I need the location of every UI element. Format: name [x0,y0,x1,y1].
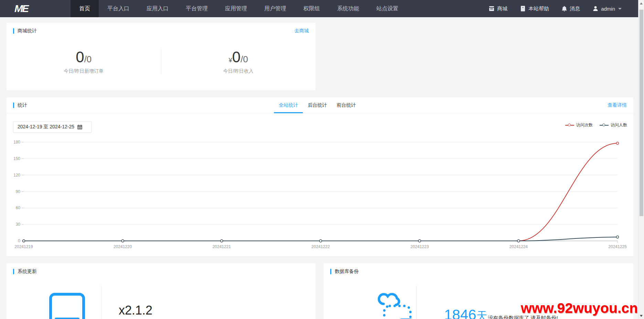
legend-dot-icon [568,124,571,126]
calendar-icon [77,124,83,130]
svg-text:0: 0 [18,238,20,243]
svg-text:120: 120 [13,173,20,178]
stats-chart: 0306090120150180202412192024122020241221… [7,136,633,255]
site-help-link[interactable]: 本站帮助 [520,6,549,12]
title-accent-bar [13,269,14,274]
svg-text:20241220: 20241220 [114,244,132,249]
shop-stats-title: 商城统计 [13,28,37,34]
legend-visitors[interactable]: 访问人数 [600,122,627,128]
income-label: 今日/昨日收入 [161,68,316,74]
svg-text:20241221: 20241221 [213,244,231,249]
site-watermark: www.92wuyou.cn [521,300,638,316]
user-menu[interactable]: admin [592,6,622,12]
cloud-backup-icon [376,289,421,319]
db-backup-title: 数据库备份 [330,268,359,275]
bell-icon [561,6,567,12]
svg-text:20241225: 20241225 [608,244,627,249]
statistics-card: 统计 全站统计 后台统计 前台统计 查看详情 2024-12-19 至 2024… [7,97,633,256]
app-logo[interactable]: ME [0,3,71,14]
nav-item-app-entry[interactable]: 应用入口 [138,0,177,17]
title-accent-bar [330,269,331,274]
vertical-divider [101,286,102,319]
income-stat: ¥0/0 今日/昨日收入 [161,49,316,74]
navbar-right: 商城 本站帮助 消息 admin [489,6,638,12]
svg-text:20241223: 20241223 [410,244,429,249]
view-details-link[interactable]: 查看详情 [608,102,627,108]
title-accent-bar [13,28,14,34]
date-range-picker[interactable]: 2024-12-19 至 2024-12-25 [13,121,92,133]
nav-item-permission-group[interactable]: 权限组 [295,0,329,17]
legend-line-icon [565,125,574,126]
scrollbar-track[interactable] [638,0,644,319]
legend-visits[interactable]: 访问次数 [565,122,593,128]
system-update-header: 系统更新 [7,263,315,280]
chart-legend: 访问次数 访问人数 [565,122,627,128]
income-value: ¥0/0 [161,49,316,65]
svg-text:60: 60 [16,205,21,210]
legend-line-icon [600,125,609,126]
days-since-backup: 1846 [444,307,476,319]
shop-stats-header: 商城统计 去商城 [7,23,315,39]
help-icon [520,6,526,12]
scrollbar-down-arrow[interactable] [640,315,643,317]
orders-stat: 0/0 今日/昨日新增订单 [7,49,161,74]
nav-item-platform-manage[interactable]: 平台管理 [177,0,216,17]
svg-text:20241224: 20241224 [509,244,528,249]
tab-backend-stats[interactable]: 后台统计 [303,97,332,113]
nav-item-app-manage[interactable]: 应用管理 [216,0,256,17]
nav-item-user-manage[interactable]: 用户管理 [256,0,295,17]
nav-item-system-function[interactable]: 系统功能 [329,0,368,17]
scrollbar-up-arrow[interactable] [640,2,643,4]
statistics-header: 统计 全站统计 后台统计 前台统计 查看详情 [7,97,633,113]
tab-frontend-stats[interactable]: 前台统计 [332,97,361,113]
store-icon [489,6,495,12]
top-navbar: ME 首页 平台入口 应用入口 平台管理 应用管理 用户管理 权限组 系统功能 … [0,0,638,17]
user-icon [592,6,599,12]
svg-text:20241219: 20241219 [14,244,33,249]
tab-site-stats[interactable]: 全站统计 [274,97,303,113]
nav-item-platform-entry[interactable]: 平台入口 [99,0,138,17]
monitor-icon [49,292,86,319]
system-update-content: x2.1.2 当前版本即最新版本，无须升级 [119,303,186,319]
db-backup-header: 数据库备份 [324,263,633,280]
system-update-body: x2.1.2 当前版本即最新版本，无须升级 [7,280,315,319]
legend-dot-icon [602,124,605,126]
svg-text:90: 90 [16,189,21,194]
nav-item-site-settings[interactable]: 站点设置 [368,0,407,17]
username: admin [601,6,615,12]
svg-text:30: 30 [16,222,21,227]
shop-stats-body: 0/0 今日/昨日新增订单 ¥0/0 今日/昨日收入 [7,39,315,74]
version-number: x2.1.2 [119,303,186,318]
date-range-value: 2024-12-19 至 2024-12-25 [18,124,74,130]
title-accent-bar [13,103,14,108]
nav-item-home[interactable]: 首页 [71,0,99,17]
shop-stats-card: 商城统计 去商城 0/0 今日/昨日新增订单 ¥0/0 今日/昨日收入 [7,23,315,91]
vertical-divider [416,286,417,319]
main-menu: 首页 平台入口 应用入口 平台管理 应用管理 用户管理 权限组 系统功能 站点设… [71,0,407,17]
chevron-down-icon [618,8,622,10]
shop-link[interactable]: 商城 [489,6,507,12]
svg-text:150: 150 [13,156,20,161]
messages-link[interactable]: 消息 [561,6,580,12]
svg-text:20241222: 20241222 [311,244,330,249]
system-update-card: 系统更新 x2.1.2 当前版本即最新版本，无须升级 [7,263,315,319]
svg-text:180: 180 [13,140,20,145]
statistics-title: 统计 [13,102,27,108]
orders-label: 今日/昨日新增订单 [7,68,161,74]
go-to-shop-link[interactable]: 去商城 [294,28,309,34]
statistics-tabs: 全站统计 后台统计 前台统计 [274,97,361,113]
system-update-title: 系统更新 [13,268,37,275]
orders-value: 0/0 [7,49,161,65]
scrollbar-thumb[interactable] [640,10,643,216]
